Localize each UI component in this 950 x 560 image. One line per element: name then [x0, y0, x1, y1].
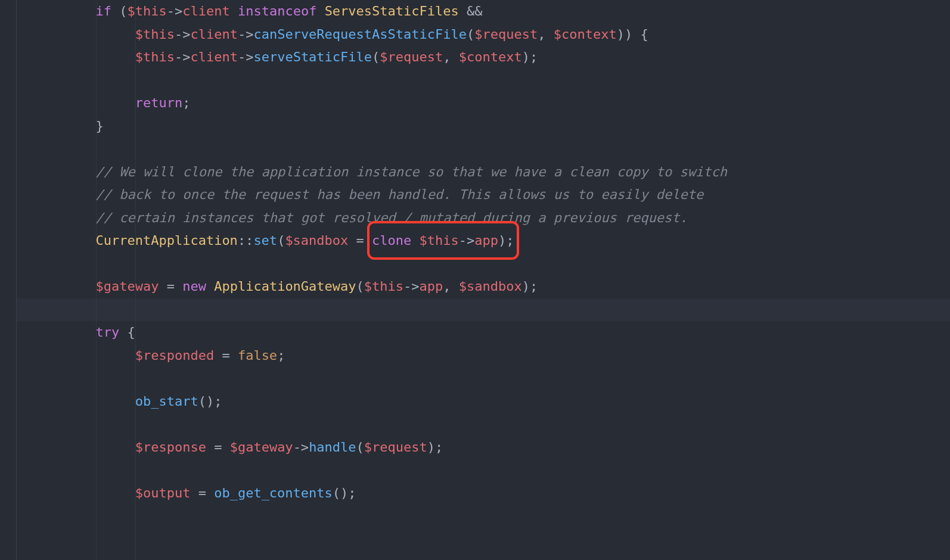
token-punct: (	[277, 233, 285, 248]
token-punct: ->	[238, 27, 254, 42]
token-var: $this	[135, 27, 175, 42]
code-line[interactable]	[17, 69, 950, 92]
token-class: ApplicationGateway	[214, 279, 356, 294]
token-var: $response	[135, 440, 206, 455]
code-line[interactable]	[17, 138, 950, 161]
token-var: $sandbox	[459, 279, 522, 294]
gutter	[0, 0, 17, 560]
token-punct: =	[348, 233, 372, 248]
code-line[interactable]: $this->client->canServeRequestAsStaticFi…	[17, 23, 950, 46]
token-prop: client	[190, 49, 237, 64]
token-punct: ->	[459, 233, 475, 248]
token-var: $request	[380, 49, 443, 64]
code-line[interactable]: // certain instances that got resolved /…	[17, 207, 950, 230]
token-punct: {	[119, 325, 135, 340]
code-line[interactable]: $responded = false;	[17, 344, 950, 368]
token-prop: app	[420, 279, 443, 294]
code-line[interactable]: $gateway = new ApplicationGateway($this-…	[17, 275, 950, 298]
code-line[interactable]	[17, 413, 950, 436]
token-punct: }	[95, 119, 103, 133]
code-line[interactable]: $response = $gateway->handle($request);	[17, 436, 950, 459]
token-punct: ;	[182, 95, 190, 110]
token-var: $sandbox	[285, 233, 348, 248]
token-punct: );	[522, 49, 538, 64]
token-comment: // back to once the request has been han…	[95, 187, 703, 202]
indent-guide	[135, 0, 136, 560]
token-punct: ->	[238, 49, 254, 64]
code-line[interactable]	[17, 459, 950, 482]
code-line[interactable]: return;	[17, 92, 950, 115]
token-punct	[411, 233, 419, 248]
code-line[interactable]: }	[17, 115, 950, 138]
token-var: $output	[135, 486, 191, 500]
token-punct: ();	[198, 394, 222, 409]
code-line[interactable]: try {	[17, 321, 950, 344]
token-var: $responded	[135, 348, 214, 363]
token-var: $this	[420, 233, 459, 248]
token-func: set	[253, 233, 277, 248]
token-punct: (	[119, 4, 127, 18]
token-punct	[206, 279, 214, 294]
token-punct: ,	[538, 27, 554, 42]
token-var: $context	[554, 27, 617, 42]
code-line[interactable]: ob_start();	[17, 390, 950, 413]
token-kw: clone	[372, 233, 411, 248]
token-var: $this	[127, 4, 166, 18]
code-line[interactable]: // We will clone the application instanc…	[17, 161, 950, 184]
token-punct: );	[427, 440, 443, 455]
token-punct: =	[206, 440, 230, 455]
token-punct: ,	[443, 279, 459, 294]
token-punct: ;	[277, 348, 285, 363]
token-prop: client	[182, 4, 229, 18]
token-punct: (	[467, 27, 474, 42]
token-punct: ->	[167, 4, 183, 18]
token-class: CurrentApplication	[95, 233, 237, 248]
code-line[interactable]: // back to once the request has been han…	[17, 183, 950, 207]
code-line[interactable]: $output = ob_get_contents();	[17, 482, 950, 505]
token-punct	[316, 4, 324, 18]
code-line[interactable]	[17, 298, 950, 322]
token-bool: false	[238, 348, 277, 363]
code-line[interactable]	[17, 253, 950, 276]
token-kw: instanceof	[238, 4, 316, 18]
indent-guide	[96, 0, 97, 560]
token-kw: if	[95, 4, 119, 18]
token-punct: );	[522, 279, 538, 294]
token-punct: );	[498, 233, 514, 248]
token-kw: new	[182, 279, 206, 294]
token-punct: ->	[175, 49, 191, 64]
token-prop: app	[474, 233, 498, 248]
code-editor[interactable]: if ($this->client instanceof ServesStati…	[0, 0, 950, 560]
token-func: handle	[309, 440, 356, 455]
token-punct: ,	[443, 49, 459, 64]
token-punct: ->	[293, 440, 309, 455]
token-punct: =	[190, 486, 214, 500]
token-punct	[230, 4, 238, 18]
token-punct: =	[159, 279, 182, 294]
token-punct: )) {	[617, 27, 648, 42]
token-func: serveStaticFile	[253, 49, 372, 64]
code-line[interactable]: CurrentApplication::set($sandbox = clone…	[17, 229, 950, 253]
code-line[interactable]	[17, 367, 950, 390]
token-kw: try	[95, 325, 119, 340]
code-line[interactable]: $this->client->serveStaticFile($request,…	[17, 46, 950, 69]
token-punct	[459, 4, 467, 18]
token-kw: return	[135, 95, 182, 110]
token-var: $gateway	[230, 440, 293, 455]
token-punct: ->	[175, 27, 191, 42]
token-func: ob_start	[135, 394, 198, 409]
token-func: canServeRequestAsStaticFile	[253, 27, 467, 42]
token-punct: (	[372, 49, 380, 64]
token-var: $request	[474, 27, 538, 42]
token-punct: &&	[467, 4, 483, 18]
token-var: $context	[459, 49, 522, 64]
token-var: $request	[364, 440, 427, 455]
token-func: ob_get_contents	[214, 486, 333, 500]
code-line[interactable]: if ($this->client instanceof ServesStati…	[17, 0, 950, 23]
token-punct: (	[356, 279, 364, 294]
token-comment: // certain instances that got resolved /…	[95, 210, 687, 225]
code-area[interactable]: if ($this->client instanceof ServesStati…	[17, 0, 950, 560]
token-punct: ->	[403, 279, 420, 294]
token-punct: ();	[333, 486, 356, 500]
token-prop: client	[190, 27, 237, 42]
